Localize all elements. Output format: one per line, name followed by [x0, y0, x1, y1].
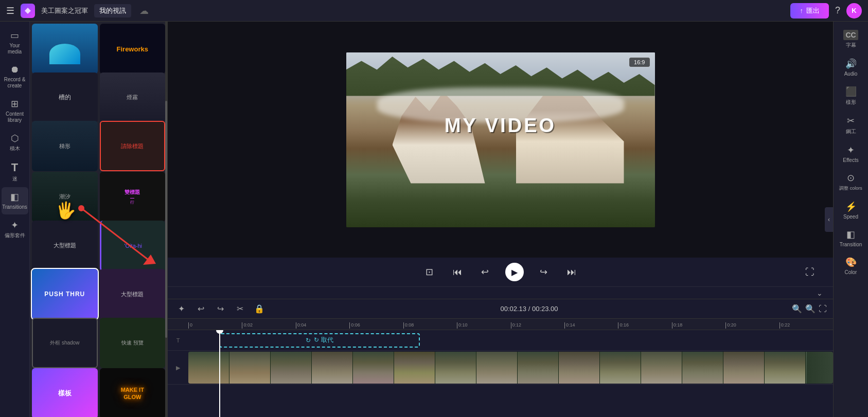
card-subtitle[interactable]: 雙標題 行 [100, 172, 166, 222]
avatar[interactable]: K [846, 3, 862, 19]
card-bigtitle2[interactable]: 大型標題 [100, 269, 166, 319]
right-label-effects: Effects [843, 157, 858, 163]
glow-inner: MAKE ITGLOW [100, 368, 166, 417]
smoke-label: 煙霧 [127, 94, 138, 101]
text-icon: T [11, 161, 18, 174]
right-item-color[interactable]: 🎨 Color [836, 252, 866, 279]
ruler-mark-9: 0:18 [672, 322, 725, 329]
video-filmstrip[interactable] [188, 352, 833, 384]
ruler-mark-11: 0:22 [780, 322, 833, 329]
timeline-area: ✦ ↩ ↪ ✂ 🔒 00:02.13 / 00:23.00 🔍 🔍 ⛶ 0 0:… [168, 299, 833, 417]
select-tool-button[interactable]: ✦ [174, 302, 188, 316]
rewind-button[interactable]: ↩ [477, 264, 493, 280]
filmstrip-frame-13 [682, 352, 723, 384]
sidebar-item-record-create[interactable]: ⏺ Record & create [2, 60, 28, 93]
forward-button[interactable]: ↪ [536, 264, 552, 280]
right-sidebar: CC 字幕 🔊 Audio ⬛ 樣形 ✂ 鋼工 ✦ Effects ⊙ 調整 c… [833, 22, 868, 417]
card-tide[interactable]: 潮汐 [32, 172, 98, 222]
fireworks-label: Fireworks [117, 45, 148, 53]
subtitle-line2: 行 [130, 198, 134, 205]
filmstrip-inner [188, 352, 833, 384]
sidebar-item-your-media[interactable]: ▭ Your media [2, 26, 28, 59]
card-delete2[interactable]: 請除標題 [100, 121, 166, 171]
ruler-mark-4: 0:08 [403, 322, 457, 329]
subtitle-inner: 雙標題 行 [100, 172, 166, 222]
right-item-shape[interactable]: ⬛ 樣形 [836, 82, 866, 110]
filmstrip-frame-7 [435, 352, 476, 384]
record-icon: ⏺ [10, 64, 20, 75]
undo-button[interactable]: ↩ [193, 302, 208, 316]
sidebar-item-text[interactable]: T 迷 [2, 157, 28, 186]
card-delete[interactable]: 槽的 [32, 72, 98, 123]
sidebar-item-label-transitions: Transitions [2, 204, 27, 210]
right-item-cc[interactable]: CC 字幕 [836, 26, 866, 53]
zoom-in-button[interactable]: 🔍 [805, 304, 816, 314]
right-label-transition: Transition [840, 242, 862, 247]
audio-icon: 🔊 [845, 58, 857, 69]
sidebar-item-transitions[interactable]: ◧ Transitions [2, 187, 28, 214]
menu-icon[interactable]: ☰ [6, 5, 14, 16]
right-item-audio[interactable]: 🔊 Audio [836, 54, 866, 81]
card-makeitglow[interactable]: MAKE ITGLOW [100, 368, 166, 417]
preview-container: MY VIDEO 16:9 [168, 22, 833, 258]
transitions-icon: ◧ [10, 191, 19, 203]
panel-scrollbar[interactable] [165, 22, 167, 417]
card-pushthru[interactable]: PUSH THRU [32, 269, 98, 319]
time-display: 00:02.13 / 00:23.00 [272, 305, 787, 313]
card-quick[interactable]: 快速 預覽 [100, 318, 166, 368]
media-panel: Fireworks 槽的 煙霧 梯形 請除標題 潮汐 [30, 22, 168, 417]
card-smoke[interactable]: 煙霧 [100, 72, 166, 123]
right-item-transition[interactable]: ◧ Transition [836, 225, 866, 251]
right-item-edit[interactable]: ✂ 鋼工 [836, 111, 866, 139]
right-item-effects[interactable]: ✦ Effects [836, 140, 866, 167]
right-item-colors[interactable]: ⊙ 調整 colors [836, 168, 866, 196]
fit-button[interactable]: ⛶ [819, 304, 827, 314]
play-button[interactable]: ▶ [505, 263, 524, 281]
edit-icon: ✂ [847, 115, 855, 126]
hide-thumbnail-button[interactable]: ⊡ [422, 264, 437, 280]
help-icon[interactable]: ? [835, 5, 840, 16]
delete-label: 槽的 [59, 93, 71, 102]
ruler-mark-7: 0:14 [564, 322, 618, 329]
card-frame[interactable]: 外框 shadow [32, 318, 98, 368]
replace-clip[interactable]: ↻ ↻ 取代 [219, 333, 420, 348]
card-trapezoid[interactable]: 梯形 [32, 121, 98, 171]
text-track-label: T [168, 337, 188, 343]
cut-button[interactable]: ✂ [233, 302, 247, 316]
sidebar-item-elements[interactable]: ⬡ 積木 [2, 129, 28, 156]
export-button[interactable]: ↑ 匯出 [790, 3, 829, 19]
fullscreen-button[interactable]: ⛶ [802, 264, 818, 280]
redo-button[interactable]: ↪ [213, 302, 227, 316]
main-layout: ▭ Your media ⏺ Record & create ⊞ Content… [0, 22, 868, 417]
ruler-mark-6: 0:12 [511, 322, 564, 329]
ruler-mark-5: 0:10 [457, 322, 510, 329]
ruler-mark-10: 0:20 [725, 322, 779, 329]
zoom-out-button[interactable]: 🔍 [792, 304, 802, 314]
card-oitahi[interactable]: 'Oita-hi [100, 221, 166, 271]
right-item-speed[interactable]: ⚡ Speed [836, 197, 866, 224]
tracks-container: T ↻ ↻ 取代 ▶ [168, 330, 833, 417]
right-label-colors: 調整 colors [839, 185, 862, 192]
timeline-expand-button[interactable]: ⌄ [817, 289, 823, 297]
sidebar-item-content-library[interactable]: ⊞ Content library [2, 94, 28, 128]
card-blue-circle[interactable] [32, 24, 98, 74]
scroll-thumb [165, 101, 167, 338]
collapse-arrow[interactable]: ‹ [825, 207, 833, 232]
playback-controls: ⊡ ⏮ ↩ ▶ ↪ ⏭ ⛶ [168, 258, 833, 286]
prev-frame-button[interactable]: ⏮ [450, 264, 465, 280]
sidebar-item-effects[interactable]: ✦ 偏形套件 [2, 215, 28, 243]
card-fireworks[interactable]: Fireworks [100, 24, 166, 74]
filmstrip-frame-10 [559, 352, 600, 384]
panel-grid: Fireworks 槽的 煙霧 梯形 請除標題 潮汐 [30, 22, 167, 417]
export-arrow-icon: ↑ [800, 7, 803, 14]
filmstrip-frame-12 [641, 352, 682, 384]
card-bigtitle[interactable]: 大型標題 [32, 221, 98, 271]
card-template[interactable]: 樣板 [32, 368, 98, 417]
ruler-mark-0: 0 [188, 322, 242, 329]
lock-button[interactable]: 🔒 [252, 302, 267, 316]
colors-icon: ⊙ [847, 172, 855, 184]
playhead[interactable] [219, 330, 220, 417]
project-tab[interactable]: 我的視訊 [94, 4, 131, 17]
bigtitle2-label: 大型標題 [121, 291, 144, 298]
next-frame-button[interactable]: ⏭ [564, 264, 579, 280]
